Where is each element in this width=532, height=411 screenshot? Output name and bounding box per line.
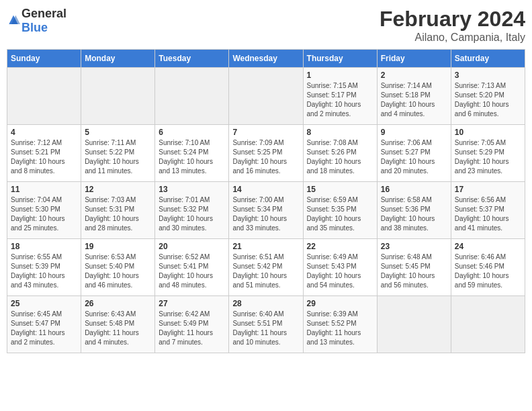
calendar-cell: 21Sunrise: 6:51 AM Sunset: 5:42 PM Dayli… — [229, 239, 303, 296]
day-number: 12 — [85, 185, 151, 194]
calendar-cell: 7Sunrise: 7:09 AM Sunset: 5:25 PM Daylig… — [229, 125, 303, 182]
calendar-week-row: 25Sunrise: 6:45 AM Sunset: 5:47 PM Dayli… — [7, 296, 525, 353]
calendar-cell — [451, 296, 525, 353]
day-number: 28 — [232, 299, 299, 308]
weekday-header: Thursday — [303, 50, 377, 68]
calendar-cell: 2Sunrise: 7:14 AM Sunset: 5:18 PM Daylig… — [377, 68, 451, 125]
calendar-cell: 23Sunrise: 6:48 AM Sunset: 5:45 PM Dayli… — [377, 239, 451, 296]
day-number: 2 — [381, 71, 447, 80]
calendar-cell — [7, 68, 81, 125]
day-number: 1 — [307, 71, 373, 80]
weekday-header: Tuesday — [155, 50, 229, 68]
day-info: Sunrise: 6:39 AM Sunset: 5:52 PM Dayligh… — [307, 310, 373, 347]
calendar-cell: 6Sunrise: 7:10 AM Sunset: 5:24 PM Daylig… — [155, 125, 229, 182]
calendar-cell: 29Sunrise: 6:39 AM Sunset: 5:52 PM Dayli… — [303, 296, 377, 353]
day-info: Sunrise: 7:05 AM Sunset: 5:29 PM Dayligh… — [455, 138, 521, 176]
day-info: Sunrise: 7:13 AM Sunset: 5:20 PM Dayligh… — [455, 81, 521, 119]
day-info: Sunrise: 7:12 AM Sunset: 5:21 PM Dayligh… — [11, 138, 77, 176]
weekday-header: Saturday — [451, 50, 525, 68]
month-title: February 2024 — [380, 7, 525, 32]
calendar-cell: 4Sunrise: 7:12 AM Sunset: 5:21 PM Daylig… — [7, 125, 81, 182]
logo: General Blue — [7, 7, 66, 35]
day-number: 18 — [11, 242, 77, 251]
calendar-week-row: 11Sunrise: 7:04 AM Sunset: 5:30 PM Dayli… — [7, 182, 525, 239]
day-number: 6 — [159, 128, 225, 137]
weekday-header: Wednesday — [229, 50, 303, 68]
day-number: 15 — [307, 185, 373, 194]
calendar-cell: 13Sunrise: 7:01 AM Sunset: 5:32 PM Dayli… — [155, 182, 229, 239]
day-number: 21 — [232, 242, 299, 251]
calendar-cell: 17Sunrise: 6:56 AM Sunset: 5:37 PM Dayli… — [451, 182, 525, 239]
day-info: Sunrise: 6:56 AM Sunset: 5:37 PM Dayligh… — [455, 195, 521, 233]
calendar-cell: 16Sunrise: 6:58 AM Sunset: 5:36 PM Dayli… — [377, 182, 451, 239]
calendar-cell — [377, 296, 451, 353]
day-info: Sunrise: 6:52 AM Sunset: 5:41 PM Dayligh… — [159, 253, 225, 290]
day-info: Sunrise: 7:15 AM Sunset: 5:17 PM Dayligh… — [307, 81, 373, 119]
calendar-cell: 1Sunrise: 7:15 AM Sunset: 5:17 PM Daylig… — [303, 68, 377, 125]
day-info: Sunrise: 6:53 AM Sunset: 5:40 PM Dayligh… — [85, 253, 151, 290]
weekday-header-row: SundayMondayTuesdayWednesdayThursdayFrid… — [7, 50, 525, 68]
day-info: Sunrise: 7:01 AM Sunset: 5:32 PM Dayligh… — [159, 195, 225, 233]
day-info: Sunrise: 7:03 AM Sunset: 5:31 PM Dayligh… — [85, 195, 151, 233]
calendar-cell: 12Sunrise: 7:03 AM Sunset: 5:31 PM Dayli… — [81, 182, 155, 239]
day-info: Sunrise: 7:10 AM Sunset: 5:24 PM Dayligh… — [159, 138, 225, 176]
calendar-cell: 10Sunrise: 7:05 AM Sunset: 5:29 PM Dayli… — [451, 125, 525, 182]
calendar-week-row: 1Sunrise: 7:15 AM Sunset: 5:17 PM Daylig… — [7, 68, 525, 125]
day-info: Sunrise: 6:45 AM Sunset: 5:47 PM Dayligh… — [11, 310, 77, 347]
calendar-week-row: 4Sunrise: 7:12 AM Sunset: 5:21 PM Daylig… — [7, 125, 525, 182]
day-info: Sunrise: 6:40 AM Sunset: 5:51 PM Dayligh… — [232, 310, 299, 347]
calendar-cell: 15Sunrise: 6:59 AM Sunset: 5:35 PM Dayli… — [303, 182, 377, 239]
calendar-cell: 8Sunrise: 7:08 AM Sunset: 5:26 PM Daylig… — [303, 125, 377, 182]
weekday-header: Friday — [377, 50, 451, 68]
day-number: 22 — [307, 242, 373, 251]
calendar-cell: 24Sunrise: 6:46 AM Sunset: 5:46 PM Dayli… — [451, 239, 525, 296]
title-block: February 2024 Ailano, Campania, Italy — [380, 7, 525, 44]
calendar-cell: 11Sunrise: 7:04 AM Sunset: 5:30 PM Dayli… — [7, 182, 81, 239]
calendar-table: SundayMondayTuesdayWednesdayThursdayFrid… — [7, 49, 525, 353]
calendar-cell: 18Sunrise: 6:55 AM Sunset: 5:39 PM Dayli… — [7, 239, 81, 296]
day-number: 9 — [381, 128, 447, 137]
calendar-cell: 26Sunrise: 6:43 AM Sunset: 5:48 PM Dayli… — [81, 296, 155, 353]
calendar-cell: 20Sunrise: 6:52 AM Sunset: 5:41 PM Dayli… — [155, 239, 229, 296]
day-number: 3 — [455, 71, 521, 80]
day-info: Sunrise: 7:06 AM Sunset: 5:27 PM Dayligh… — [381, 138, 447, 176]
logo-icon — [7, 14, 20, 28]
weekday-header: Sunday — [7, 50, 81, 68]
day-number: 24 — [455, 242, 521, 251]
day-info: Sunrise: 6:51 AM Sunset: 5:42 PM Dayligh… — [232, 253, 299, 290]
day-number: 10 — [455, 128, 521, 137]
location-title: Ailano, Campania, Italy — [380, 32, 525, 44]
day-number: 19 — [85, 242, 151, 251]
calendar-cell: 19Sunrise: 6:53 AM Sunset: 5:40 PM Dayli… — [81, 239, 155, 296]
day-info: Sunrise: 6:42 AM Sunset: 5:49 PM Dayligh… — [159, 310, 225, 347]
day-info: Sunrise: 7:11 AM Sunset: 5:22 PM Dayligh… — [85, 138, 151, 176]
day-number: 29 — [307, 299, 373, 308]
day-info: Sunrise: 6:58 AM Sunset: 5:36 PM Dayligh… — [381, 195, 447, 233]
day-number: 7 — [232, 128, 299, 137]
calendar-cell: 28Sunrise: 6:40 AM Sunset: 5:51 PM Dayli… — [229, 296, 303, 353]
calendar-cell: 14Sunrise: 7:00 AM Sunset: 5:34 PM Dayli… — [229, 182, 303, 239]
calendar-cell: 9Sunrise: 7:06 AM Sunset: 5:27 PM Daylig… — [377, 125, 451, 182]
calendar-week-row: 18Sunrise: 6:55 AM Sunset: 5:39 PM Dayli… — [7, 239, 525, 296]
calendar-cell: 5Sunrise: 7:11 AM Sunset: 5:22 PM Daylig… — [81, 125, 155, 182]
calendar-cell: 25Sunrise: 6:45 AM Sunset: 5:47 PM Dayli… — [7, 296, 81, 353]
day-number: 13 — [159, 185, 225, 194]
day-info: Sunrise: 7:08 AM Sunset: 5:26 PM Dayligh… — [307, 138, 373, 176]
logo-general: General — [21, 7, 66, 20]
logo-blue: Blue — [21, 21, 48, 34]
calendar-cell — [81, 68, 155, 125]
day-number: 17 — [455, 185, 521, 194]
day-number: 14 — [232, 185, 299, 194]
calendar-cell — [229, 68, 303, 125]
day-info: Sunrise: 7:14 AM Sunset: 5:18 PM Dayligh… — [381, 81, 447, 119]
day-info: Sunrise: 7:09 AM Sunset: 5:25 PM Dayligh… — [232, 138, 299, 176]
day-info: Sunrise: 6:43 AM Sunset: 5:48 PM Dayligh… — [85, 310, 151, 347]
day-info: Sunrise: 6:55 AM Sunset: 5:39 PM Dayligh… — [11, 253, 77, 290]
day-info: Sunrise: 6:48 AM Sunset: 5:45 PM Dayligh… — [381, 253, 447, 290]
day-number: 8 — [307, 128, 373, 137]
day-info: Sunrise: 7:00 AM Sunset: 5:34 PM Dayligh… — [232, 195, 299, 233]
day-info: Sunrise: 6:49 AM Sunset: 5:43 PM Dayligh… — [307, 253, 373, 290]
page-header: General Blue February 2024 Ailano, Campa… — [7, 7, 525, 44]
calendar-cell: 27Sunrise: 6:42 AM Sunset: 5:49 PM Dayli… — [155, 296, 229, 353]
weekday-header: Monday — [81, 50, 155, 68]
